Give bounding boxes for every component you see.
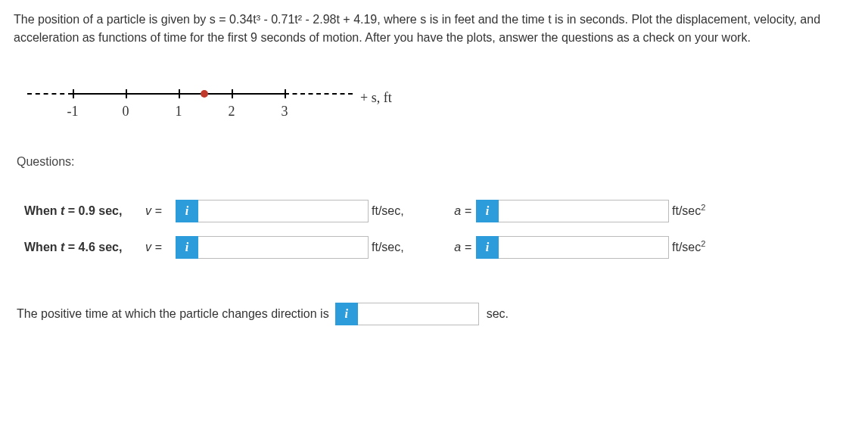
velocity-input-2[interactable] xyxy=(198,236,369,259)
tick-label: 1 xyxy=(176,101,182,122)
accel-eq-label: a = xyxy=(444,238,476,256)
tick xyxy=(179,89,180,98)
info-icon[interactable]: i xyxy=(176,200,198,222)
time-label: When t = 0.9 sec, xyxy=(24,202,145,220)
tick-label: 2 xyxy=(229,101,235,122)
axis-label: + s, ft xyxy=(360,88,392,108)
question-row-2: When t = 4.6 sec, v = i ft/sec, a = i ft… xyxy=(24,236,854,259)
velocity-unit: ft/sec, xyxy=(369,202,444,220)
info-icon[interactable]: i xyxy=(335,303,358,325)
problem-statement: The position of a particle is given by s… xyxy=(14,11,854,47)
number-line-figure: -1 0 1 2 3 + s, ft xyxy=(27,85,854,115)
velocity-eq-label: v = xyxy=(145,238,176,256)
time-label: When t = 4.6 sec, xyxy=(24,238,145,256)
velocity-eq-label: v = xyxy=(145,202,176,220)
questions-heading: Questions: xyxy=(17,153,854,171)
tick xyxy=(285,89,286,98)
direction-change-input[interactable] xyxy=(358,303,479,325)
direction-change-text: The positive time at which the particle … xyxy=(17,305,329,323)
direction-change-unit: sec. xyxy=(487,305,509,323)
info-icon[interactable]: i xyxy=(476,200,499,222)
info-icon[interactable]: i xyxy=(176,236,198,259)
tick-label: 3 xyxy=(282,101,288,122)
tick-label: -1 xyxy=(67,101,79,122)
tick-label: 0 xyxy=(123,101,129,122)
tick xyxy=(126,89,127,98)
tick xyxy=(232,89,233,98)
velocity-input-1[interactable] xyxy=(198,200,369,222)
accel-eq-label: a = xyxy=(444,202,476,220)
info-icon[interactable]: i xyxy=(476,236,499,259)
velocity-unit: ft/sec, xyxy=(369,238,444,256)
direction-change-question: The positive time at which the particle … xyxy=(17,303,854,325)
accel-unit: ft/sec2 xyxy=(669,201,745,220)
accel-input-2[interactable] xyxy=(499,236,669,259)
axis-dashed-left xyxy=(27,93,73,95)
tick xyxy=(73,89,74,98)
accel-unit: ft/sec2 xyxy=(669,238,745,256)
accel-input-1[interactable] xyxy=(499,200,669,222)
position-marker-dot xyxy=(201,90,208,98)
question-row-1: When t = 0.9 sec, v = i ft/sec, a = i ft… xyxy=(24,200,854,222)
axis-dashed-right xyxy=(285,93,353,95)
